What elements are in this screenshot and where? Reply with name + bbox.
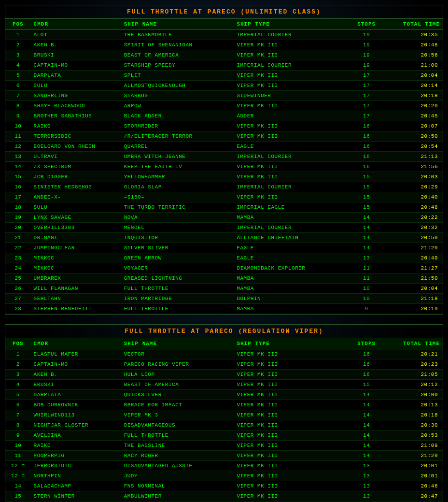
cell-pos: 15 xyxy=(5,172,31,182)
cell-stops: 10 xyxy=(347,284,386,294)
table1: POS CMDR SHIP NAME SHIP TYPE STOPS TOTAL… xyxy=(5,19,443,314)
cell-pos: 12 = xyxy=(5,471,31,481)
cell-pos: 5 xyxy=(5,71,31,81)
cell-pos: 19 xyxy=(5,213,31,223)
table-row: 6 BOB DUBROVNIK BBRACE FOR IMPACT VIPER … xyxy=(5,400,443,410)
cell-total-time: 20:04 xyxy=(386,71,443,81)
table-row: 23 MIKKOC GREEN ARROW EAGLE 13 20:49 xyxy=(5,253,443,263)
cell-stops: 14 xyxy=(347,451,386,461)
cell-pos: 5 xyxy=(5,390,31,400)
cell-total-time: 20:04 xyxy=(386,284,443,294)
th-stops-1: STOPS xyxy=(347,19,386,30)
cell-cmdr: ZX SPECTRUM xyxy=(31,162,121,172)
cell-ship-name: VOYAGER xyxy=(121,263,234,273)
cell-ship-name: IRON PARTRIDGE xyxy=(121,294,234,304)
cell-stops: 14 xyxy=(347,223,386,233)
cell-stops: 17 xyxy=(347,91,386,101)
cell-pos: 27 xyxy=(5,294,31,304)
cell-pos: 25 xyxy=(5,273,31,284)
table-row: 21 DR.NAGI INQUISITOR ALLIANCE CHIEFTAIN… xyxy=(5,233,443,243)
cell-pos: 9 xyxy=(5,430,31,441)
table-row: 25 UMBRAREX GREASED LIGHTNING MAMBA 11 2… xyxy=(5,273,443,284)
cell-stops: 19 xyxy=(347,60,386,71)
cell-stops: 15 xyxy=(347,202,386,213)
cell-total-time: 20:49 xyxy=(386,253,443,263)
cell-stops: 19 xyxy=(347,40,386,50)
cell-ship-name: SILVER SLIVER xyxy=(121,243,234,253)
cell-cmdr: SULU xyxy=(31,202,121,213)
cell-cmdr: STEPHEN BENEDETTI xyxy=(31,304,121,314)
cell-total-time: 20:47 xyxy=(386,491,443,502)
cell-total-time: 20:13 xyxy=(386,400,443,410)
cell-ship-name: UMBRA WITCH JEANNE xyxy=(121,152,234,162)
cell-cmdr: ANDEE-X- xyxy=(31,192,121,202)
cell-ship-type: IMPERIAL COURIER xyxy=(234,152,347,162)
cell-total-time: 21:00 xyxy=(386,60,443,71)
th-type-2: SHIP TYPE xyxy=(234,338,347,349)
th-pos-2: POS xyxy=(5,338,31,349)
th-ship-1: SHIP NAME xyxy=(121,19,234,30)
cell-total-time: 20:18 xyxy=(386,410,443,420)
cell-pos: 8 xyxy=(5,101,31,111)
cell-total-time: 20:32 xyxy=(386,223,443,233)
cell-stops: 9 xyxy=(347,304,386,314)
cell-ship-type: VIPER MK III xyxy=(234,380,347,390)
cell-ship-type: IMPERIAL COURIER xyxy=(234,223,347,233)
table-row: 5 DARPLATA SPLIT VIPER MK III 17 20:04 xyxy=(5,71,443,81)
cell-cmdr: JUMPINGCLEAR xyxy=(31,243,121,253)
cell-ship-name: VECTOR xyxy=(121,349,234,359)
cell-pos: 23 xyxy=(5,253,31,263)
table-row: 26 WILL FLANAGAN FULL THROTTLE MAMBA 10 … xyxy=(5,284,443,294)
cell-ship-type: VIPER MK III xyxy=(234,441,347,451)
cell-pos: 1 xyxy=(5,349,31,359)
cell-pos: 6 xyxy=(5,81,31,91)
cell-ship-name: FULL THROTTLE xyxy=(121,304,234,314)
cell-pos: 20 xyxy=(5,223,31,233)
table-row: 15 STERN WINTER AMBULWINTER VIPER MK III… xyxy=(5,491,443,502)
cell-pos: 15 xyxy=(5,491,31,502)
cell-ship-type: DOLPHIN xyxy=(234,294,347,304)
cell-ship-name: GREEN ARROW xyxy=(121,253,234,263)
cell-pos: 13 xyxy=(5,152,31,162)
table-row: 18 SULU THE TURBO TERRIFIC IMPERIAL EAGL… xyxy=(5,202,443,213)
table-row: 14 ZX SPECTRUM KEEP THE FAITH IV VIPER M… xyxy=(5,162,443,172)
cell-pos: 17 xyxy=(5,192,31,202)
cell-ship-type: VIPER MK III xyxy=(234,349,347,359)
cell-ship-name: RACY ROGER xyxy=(121,451,234,461)
cell-total-time: 20:45 xyxy=(386,111,443,121)
cell-ship-name: QUARREL xyxy=(121,142,234,152)
cell-total-time: 21:27 xyxy=(386,263,443,273)
cell-cmdr: POOPERPIG xyxy=(31,451,121,461)
cell-stops: 16 xyxy=(347,121,386,131)
cell-cmdr: SHAYE BLACKWOOD xyxy=(31,101,121,111)
cell-ship-name: =S150= xyxy=(121,192,234,202)
table2-title: FULL THROTTLE AT PARECO (REGULATION VIPE… xyxy=(5,325,443,338)
cell-total-time: 21:05 xyxy=(386,370,443,380)
cell-pos: 28 xyxy=(5,304,31,314)
cell-ship-name: STORMRIDER xyxy=(121,121,234,131)
table-row: 12 EOELGARO VON RHEIN QUARREL EAGLE 16 2… xyxy=(5,142,443,152)
table-row: 19 LYNX SAVAGE NOVA MAMBA 14 20:22 xyxy=(5,213,443,223)
cell-cmdr: NORTHPIN xyxy=(31,471,121,481)
cell-stops: 16 xyxy=(347,162,386,172)
cell-stops: 14 xyxy=(347,441,386,451)
cell-cmdr: TERRORSIDIC xyxy=(31,461,121,471)
cell-pos: 10 xyxy=(5,441,31,451)
cell-stops: 13 xyxy=(347,253,386,263)
cell-stops: 14 xyxy=(347,390,386,400)
cell-pos: 24 xyxy=(5,263,31,273)
cell-ship-name: SPLIT xyxy=(121,71,234,81)
cell-ship-type: MAMBA xyxy=(234,273,347,284)
cell-pos: 3 xyxy=(5,50,31,60)
cell-ship-name: HULA LOOP xyxy=(121,370,234,380)
cell-stops: 19 xyxy=(347,30,386,40)
cell-ship-name: THE BASSLINE xyxy=(121,441,234,451)
page-wrapper: FULL THROTTLE AT PARECO (UNLIMITED CLASS… xyxy=(0,0,448,502)
cell-ship-name: THE TURBO TERRIFIC xyxy=(121,202,234,213)
cell-pos: 18 xyxy=(5,202,31,213)
cell-pos: 7 xyxy=(5,410,31,420)
cell-ship-type: EAGLE xyxy=(234,253,347,263)
cell-ship-type: VIPER MK III xyxy=(234,390,347,400)
cell-cmdr: DARPLATA xyxy=(31,71,121,81)
cell-stops: 16 xyxy=(347,370,386,380)
